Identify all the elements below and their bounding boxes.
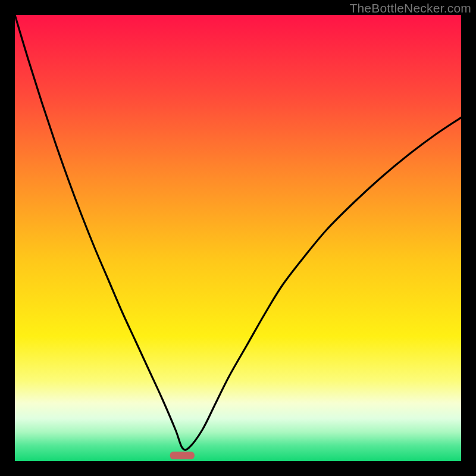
watermark-text: TheBottleNecker.com (349, 1, 471, 15)
chart-container: TheBottleNecker.com (0, 0, 476, 476)
chart-svg (15, 15, 461, 461)
sweet-spot-marker (170, 452, 195, 459)
plot-area (15, 15, 461, 461)
gradient-background (15, 15, 461, 461)
